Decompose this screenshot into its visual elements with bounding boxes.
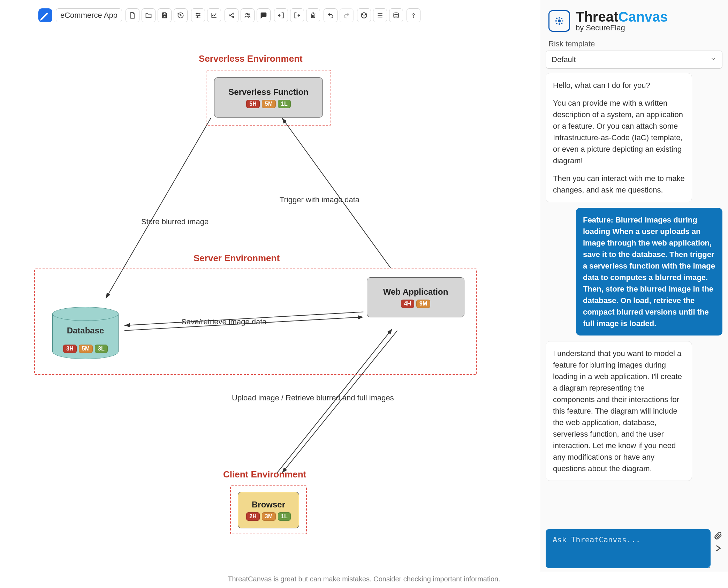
- risk-template-select[interactable]: Default: [546, 51, 722, 69]
- svg-point-10: [394, 13, 398, 15]
- node-badges: 5H 5M 1L: [246, 100, 290, 108]
- brand-title: ThreatCanvas: [576, 9, 668, 25]
- node-browser[interactable]: Browser 2H 3M 1L: [238, 492, 299, 528]
- diagram: Serverless Environment Serverless Functi…: [0, 0, 540, 572]
- svg-point-5: [229, 15, 230, 16]
- node-serverless-function[interactable]: Serverless Function 5H 5M 1L: [214, 77, 323, 118]
- cube-icon[interactable]: [357, 8, 371, 22]
- boundary-label-server: Server Environment: [194, 253, 280, 264]
- export-icon[interactable]: [290, 8, 304, 22]
- edge-label-store-blurred: Store blurred image: [141, 217, 208, 226]
- folder-icon[interactable]: [142, 8, 156, 22]
- send-icon[interactable]: [713, 544, 722, 554]
- svg-point-8: [246, 13, 248, 15]
- risk-template-selected: Default: [552, 55, 576, 64]
- history-icon[interactable]: [174, 8, 188, 22]
- node-badges: 4H 9M: [401, 300, 431, 308]
- node-title: Database: [52, 326, 119, 336]
- save-icon[interactable]: [158, 8, 172, 22]
- brand-header: ThreatCanvas by SecureFlag: [540, 0, 728, 36]
- svg-point-9: [248, 14, 250, 15]
- edge-label-upload: Upload image / Retrieve blurred and full…: [232, 393, 394, 402]
- share-icon[interactable]: [225, 8, 238, 22]
- list-icon[interactable]: [373, 8, 387, 22]
- redo-icon[interactable]: [340, 8, 354, 22]
- chart-icon[interactable]: [207, 8, 221, 22]
- attachment-icon[interactable]: [713, 531, 722, 542]
- sliders-icon[interactable]: [191, 8, 205, 22]
- edge-label-trigger: Trigger with image data: [280, 195, 359, 204]
- trash-icon[interactable]: [306, 8, 320, 22]
- svg-point-7: [233, 16, 234, 17]
- diagram-canvas[interactable]: eCommerce App: [0, 0, 540, 572]
- node-badges: 2H 3M 1L: [246, 512, 290, 521]
- toolbar: eCommerce App: [38, 8, 420, 22]
- chat-bot-message: Hello, what can I do for you? You can pr…: [546, 73, 692, 202]
- svg-rect-0: [164, 13, 166, 14]
- node-badges: 3H 5M 3L: [52, 345, 119, 353]
- chat-bot-message: I understand that you want to model a fe…: [546, 341, 692, 481]
- file-icon[interactable]: [126, 8, 139, 22]
- chat-log: Hello, what can I do for you? You can pr…: [540, 73, 728, 526]
- edit-icon[interactable]: [38, 8, 52, 22]
- import-icon[interactable]: [274, 8, 288, 22]
- footer-disclaimer: ThreatCanvas is great but can make mista…: [0, 572, 728, 588]
- boundary-label-serverless: Serverless Environment: [199, 53, 303, 64]
- svg-rect-1: [164, 16, 166, 17]
- chat-input-area: [540, 526, 728, 572]
- risk-template-label: Risk template: [540, 36, 728, 51]
- node-web-application[interactable]: Web Application 4H 9M: [367, 277, 464, 317]
- svg-point-6: [233, 13, 234, 14]
- stack-icon[interactable]: [389, 8, 403, 22]
- chat-user-message: Feature: Blurred images during loading W…: [576, 208, 722, 336]
- chat-input[interactable]: [546, 529, 711, 568]
- help-icon[interactable]: [407, 8, 420, 22]
- boundary-label-client: Client Environment: [223, 469, 306, 480]
- svg-point-11: [413, 17, 414, 17]
- svg-point-12: [558, 20, 560, 22]
- comment-icon[interactable]: [257, 8, 271, 22]
- node-title: Serverless Function: [228, 87, 308, 97]
- undo-icon[interactable]: [324, 8, 338, 22]
- side-panel: ThreatCanvas by SecureFlag Risk template…: [540, 0, 728, 572]
- app-title-input[interactable]: eCommerce App: [56, 8, 122, 22]
- users-icon[interactable]: [241, 8, 255, 22]
- node-title: Web Application: [383, 287, 448, 297]
- node-title: Browser: [252, 500, 285, 510]
- chevron-down-icon: [710, 55, 716, 64]
- edge-label-save-retrieve: Save/retrieve image data: [181, 317, 267, 326]
- brand-logo-icon: [548, 10, 570, 32]
- node-database[interactable]: Database 3H 5M 3L: [52, 307, 119, 359]
